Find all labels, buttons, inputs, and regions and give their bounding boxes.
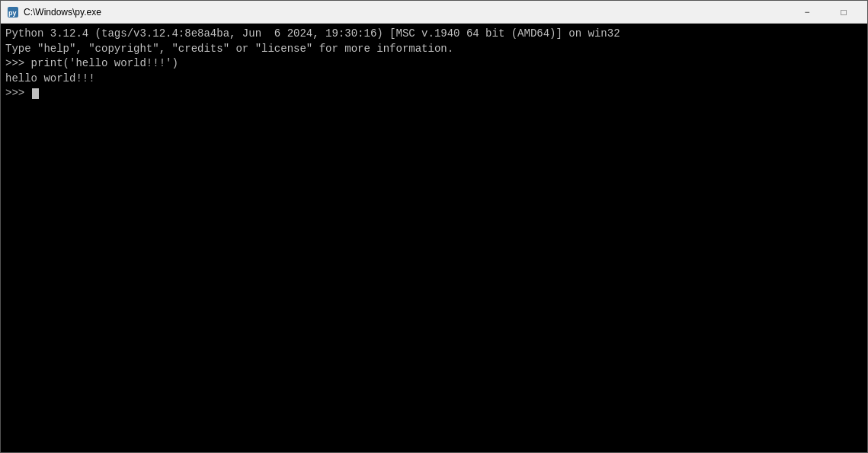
title-bar-controls: − □ xyxy=(790,2,861,23)
console-line-4: hello world!!! xyxy=(5,72,863,87)
cursor xyxy=(32,88,39,99)
prompt-1: >>> xyxy=(5,56,31,72)
title-bar-left: py C:\Windows\py.exe xyxy=(7,6,101,18)
console-line-5: >>> xyxy=(5,86,863,101)
svg-text:py: py xyxy=(8,9,17,17)
maximize-button[interactable]: □ xyxy=(826,2,861,23)
console-input-1: print('hello world!!!') xyxy=(31,56,178,72)
console-area[interactable]: Python 3.12.4 (tags/v3.12.4:8e8a4ba, Jun… xyxy=(1,24,867,452)
title-bar: py C:\Windows\py.exe − □ xyxy=(1,1,867,24)
console-line-1: Python 3.12.4 (tags/v3.12.4:8e8a4ba, Jun… xyxy=(5,27,863,42)
console-line-3: >>> print('hello world!!!') xyxy=(5,56,863,72)
terminal-window: py C:\Windows\py.exe − □ Python 3.12.4 (… xyxy=(0,0,868,453)
title-text: C:\Windows\py.exe xyxy=(24,7,101,18)
minimize-button[interactable]: − xyxy=(790,2,825,23)
python-icon: py xyxy=(7,6,19,18)
prompt-2: >>> xyxy=(5,86,31,101)
console-line-2: Type "help", "copyright", "credits" or "… xyxy=(5,42,863,57)
